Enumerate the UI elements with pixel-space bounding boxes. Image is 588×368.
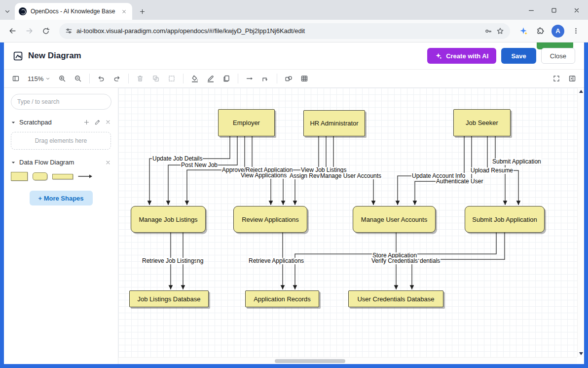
ungroup-icon[interactable] bbox=[165, 72, 179, 85]
back-button[interactable] bbox=[5, 24, 20, 39]
tab-favicon bbox=[19, 7, 27, 15]
dfd-section-close-icon[interactable] bbox=[105, 160, 111, 165]
browser-menu-kebab-icon[interactable] bbox=[568, 24, 583, 39]
shape-thumb-entity[interactable] bbox=[11, 172, 28, 181]
node-job-seeker[interactable]: Job Seeker bbox=[453, 109, 511, 136]
scratchpad-section-header[interactable]: Scratchpad bbox=[11, 119, 111, 126]
caret-down-icon bbox=[11, 160, 16, 165]
shape-thumb-connector[interactable] bbox=[78, 173, 93, 179]
node-job-listings-database[interactable]: Job Listings Database bbox=[129, 290, 209, 307]
create-with-ai-button[interactable]: Create with AI bbox=[427, 48, 496, 64]
edge-label[interactable]: dentials bbox=[419, 258, 441, 264]
scrollbar-corner bbox=[577, 357, 584, 364]
scratchpad-close-icon[interactable] bbox=[105, 119, 111, 125]
fullscreen-icon[interactable] bbox=[550, 72, 563, 85]
profile-avatar[interactable]: A bbox=[551, 25, 564, 38]
sidebar-toggle-icon[interactable] bbox=[9, 72, 23, 85]
maximize-button[interactable] bbox=[543, 1, 565, 20]
table-icon[interactable] bbox=[297, 72, 311, 85]
toolbar-divider bbox=[89, 74, 90, 83]
zoom-level-select[interactable]: 115% bbox=[25, 72, 53, 85]
browser-tab-strip: OpenDocs - AI Knowledge Base bbox=[0, 0, 588, 20]
node-hr-administrator[interactable]: HR Administrator bbox=[303, 110, 365, 136]
forward-button[interactable] bbox=[22, 24, 37, 39]
scratchpad-tools bbox=[83, 119, 111, 125]
edge-label[interactable]: Upload Resume bbox=[470, 167, 514, 174]
new-tab-button[interactable] bbox=[135, 4, 149, 18]
toolbar-divider bbox=[128, 74, 129, 83]
edge-connector[interactable] bbox=[415, 136, 472, 205]
edge-label[interactable]: Verify Credentials bbox=[371, 258, 418, 264]
page-title: New Diagram bbox=[28, 51, 81, 61]
group-icon[interactable] bbox=[149, 72, 163, 85]
shapes-icon[interactable] bbox=[282, 72, 295, 85]
scratchpad-add-icon[interactable] bbox=[83, 119, 90, 125]
site-settings-icon[interactable] bbox=[65, 27, 73, 35]
edge-label[interactable]: View Applications bbox=[240, 172, 287, 179]
pinned-extension-icon[interactable] bbox=[516, 24, 531, 39]
copy-style-icon[interactable] bbox=[220, 72, 233, 85]
collapse-panel-icon[interactable] bbox=[565, 72, 579, 85]
edge-connector[interactable] bbox=[398, 136, 464, 205]
browser-address-bar: ai-toolbox.visual-paradigm.com/app/opend… bbox=[0, 20, 588, 42]
diagram-layer: EmployerHR AdministratorJob SeekerManage… bbox=[121, 91, 577, 361]
node-application-records[interactable]: Application Records bbox=[245, 290, 319, 307]
elbow-connector-icon[interactable] bbox=[258, 72, 272, 85]
horizontal-scrollbar[interactable] bbox=[118, 357, 577, 364]
minimize-button[interactable] bbox=[520, 1, 543, 20]
tab-search-chevron-icon[interactable] bbox=[0, 3, 15, 20]
edge-label[interactable]: Retrieve Applications bbox=[248, 258, 304, 264]
horizontal-scroll-thumb[interactable] bbox=[275, 359, 345, 363]
diagram-canvas[interactable]: EmployerHR AdministratorJob SeekerManage… bbox=[118, 88, 584, 364]
url-text[interactable]: ai-toolbox.visual-paradigm.com/app/opend… bbox=[76, 27, 480, 35]
redo-icon[interactable] bbox=[110, 72, 124, 85]
node-user-credentials-database[interactable]: User Credentials Database bbox=[348, 290, 443, 307]
straight-connector-icon[interactable] bbox=[243, 72, 257, 85]
browser-tab[interactable]: OpenDocs - AI Knowledge Base bbox=[15, 3, 132, 20]
edge-label[interactable]: Manage User Accounts bbox=[320, 173, 382, 179]
edge-connector[interactable] bbox=[149, 136, 230, 205]
bookmark-star-icon[interactable] bbox=[496, 27, 504, 35]
password-key-icon[interactable] bbox=[484, 27, 492, 35]
edge-label[interactable]: Assign Rev bbox=[289, 173, 320, 179]
vertical-scrollbar[interactable] bbox=[577, 88, 584, 357]
edge-label[interactable]: Authenticate User bbox=[436, 178, 483, 185]
delete-icon[interactable] bbox=[133, 72, 147, 85]
undo-icon[interactable] bbox=[94, 72, 108, 85]
edge-label[interactable]: ng bbox=[196, 258, 204, 264]
node-manage-user-accounts[interactable]: Manage User Accounts bbox=[353, 206, 436, 233]
node-manage-job-listings[interactable]: Manage Job Listings bbox=[131, 206, 206, 233]
close-button[interactable]: Close bbox=[541, 48, 575, 64]
search-input[interactable] bbox=[11, 94, 111, 110]
reload-button[interactable] bbox=[38, 24, 53, 39]
new-diagram-icon bbox=[13, 51, 23, 61]
scratchpad-dropzone[interactable]: Drag elements here bbox=[11, 132, 111, 150]
dfd-section-header[interactable]: Data Flow Diagram bbox=[11, 159, 111, 166]
scroll-up-arrow[interactable] bbox=[579, 90, 583, 93]
fill-color-icon[interactable] bbox=[188, 72, 202, 85]
shape-thumb-process[interactable] bbox=[33, 172, 47, 180]
omnibox[interactable]: ai-toolbox.visual-paradigm.com/app/opend… bbox=[59, 23, 510, 39]
line-color-icon[interactable] bbox=[204, 72, 218, 85]
shape-thumb-datastore[interactable] bbox=[52, 174, 73, 179]
close-window-button[interactable] bbox=[565, 1, 588, 20]
save-button[interactable]: Save bbox=[501, 48, 536, 64]
tab-close-icon[interactable] bbox=[119, 7, 128, 16]
scroll-down-arrow[interactable] bbox=[579, 352, 583, 355]
scratchpad-edit-icon[interactable] bbox=[94, 119, 101, 125]
edge-label[interactable]: Post New Job bbox=[181, 162, 218, 168]
edge-label[interactable]: Retrieve Job Listings bbox=[142, 258, 197, 264]
node-review-applications[interactable]: Review Applications bbox=[233, 206, 307, 233]
zoom-level-value: 115% bbox=[28, 75, 43, 82]
app-body: Scratchpad Drag elements here Data Flow … bbox=[4, 88, 584, 364]
toolbar-divider bbox=[277, 74, 277, 83]
node-submit-job-application[interactable]: Submit Job Application bbox=[465, 206, 545, 233]
extensions-puzzle-icon[interactable] bbox=[533, 24, 548, 39]
zoom-in-icon[interactable] bbox=[55, 72, 69, 85]
node-employer[interactable]: Employer bbox=[218, 109, 275, 136]
edge-label[interactable]: Submit Application bbox=[492, 159, 542, 165]
toolbar-divider bbox=[238, 74, 238, 83]
more-shapes-button[interactable]: + More Shapes bbox=[30, 191, 93, 205]
toolbar-divider bbox=[183, 74, 184, 83]
zoom-out-icon[interactable] bbox=[71, 72, 85, 85]
